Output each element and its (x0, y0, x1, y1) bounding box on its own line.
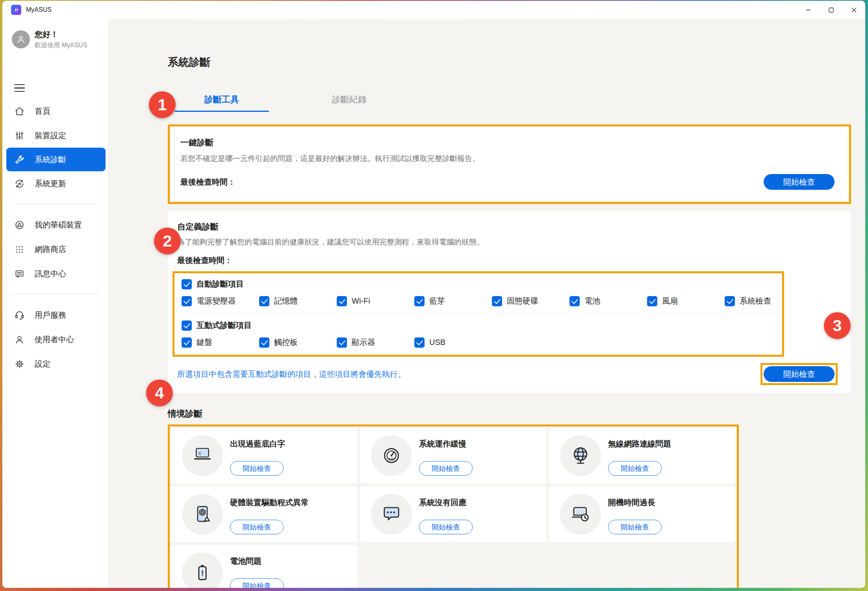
checkbox-item-system-check[interactable]: 系統檢查 (725, 296, 802, 306)
annotation-box-scenario-grid: :( 出現過藍底白字 開始檢查 (168, 424, 739, 588)
custom-start-check-button[interactable]: 開始檢查 (764, 366, 835, 382)
interactive-group-label: 互動式診斷項目 (197, 320, 252, 331)
scenario-card-title: 電池問題 (230, 556, 349, 567)
maximize-button[interactable] (820, 1, 842, 19)
annotation-step-1-badge: 1 (149, 91, 176, 118)
minimize-button[interactable] (797, 1, 820, 19)
one-click-description: 若您不確定是哪一元件引起的問題，這是最好的解決辦法。執行測試以獲取完整診斷報告。 (180, 154, 835, 164)
checkbox-checked-icon[interactable] (259, 337, 269, 348)
sidebar-item-system-update[interactable]: 系統更新 (2, 171, 108, 196)
checkbox-checked-icon[interactable] (337, 296, 347, 306)
chat-bubble-icon (371, 494, 412, 535)
annotation-box-start-check: 開始檢查 (760, 363, 838, 385)
scenario-start-check-button[interactable]: 開始檢查 (608, 461, 662, 476)
desktop-edge: MyASUS 您好！ 歡迎使用 (0, 0, 868, 591)
scenario-start-check-button[interactable]: 開始檢查 (230, 461, 284, 476)
checkbox-item-bluetooth[interactable]: 藍芽 (414, 296, 492, 306)
scenario-section-title: 情境診斷 (168, 408, 851, 420)
checkbox-checked-icon[interactable] (182, 296, 192, 306)
scenario-card-title: 無線網路連線問題 (608, 439, 727, 449)
sidebar-item-customer-service[interactable]: 用戶服務 (2, 303, 108, 327)
close-button[interactable] (842, 1, 865, 19)
gauge-icon (371, 435, 412, 476)
checkbox-checked-icon[interactable] (492, 296, 502, 306)
wrench-icon (14, 154, 25, 165)
home-icon (14, 106, 25, 117)
tab-diagnostic-records[interactable]: 診斷紀錄 (302, 94, 397, 112)
message-icon (14, 269, 25, 279)
checkbox-checked-icon[interactable] (259, 296, 269, 306)
checkbox-checked-icon[interactable] (725, 296, 735, 306)
sidebar-item-label: 裝置設定 (35, 130, 66, 141)
scenario-card-long-boot: 開機時間過長 開始檢查 (549, 486, 735, 542)
sidebar-item-settings[interactable]: 設定 (2, 352, 108, 376)
annotation-box-checkbox-groups: 自動診斷項目 電源變壓器 記憶體 Wi-Fi 藍芽 固態硬碟 電池 風扇 系統檢… (172, 271, 784, 357)
scenario-card-slow-system: 系統運作緩慢 開始檢查 (360, 428, 546, 484)
scenario-card-title: 系統沒有回應 (419, 497, 538, 508)
checkbox-item-touchpad[interactable]: 觸控板 (259, 337, 337, 348)
scenario-start-check-button[interactable]: 開始檢查 (419, 520, 473, 534)
checkbox-item-ssd[interactable]: 固態硬碟 (492, 296, 569, 306)
auto-group-label: 自動診斷項目 (197, 279, 244, 289)
sidebar-item-system-diagnosis[interactable]: 系統診斷 (6, 148, 106, 171)
sidebar-item-label: 系統診斷 (35, 154, 66, 165)
interactive-diagnosis-group-header[interactable]: 互動式診斷項目 (182, 320, 782, 331)
auto-diagnosis-group-header[interactable]: 自動診斷項目 (182, 279, 782, 289)
sidebar-item-online-store[interactable]: 網路商店 (2, 237, 108, 261)
checkbox-item-power-adapter[interactable]: 電源變壓器 (182, 296, 259, 306)
auto-diagnosis-items: 電源變壓器 記憶體 Wi-Fi 藍芽 固態硬碟 電池 風扇 系統檢查 (182, 296, 782, 306)
sidebar-item-device-settings[interactable]: 裝置設定 (2, 123, 108, 148)
avatar[interactable] (12, 30, 30, 48)
sidebar-item-my-asus-devices[interactable]: 我的華碩裝置 (2, 213, 108, 237)
checkbox-checked-icon[interactable] (182, 337, 192, 348)
annotation-step-3-badge: 3 (824, 312, 851, 339)
last-check-time-label: 最後檢查時間： (180, 177, 236, 187)
scenario-card-driver-abnormal: 硬體裝置驅動程式異常 開始檢查 (171, 486, 357, 542)
checkbox-checked-icon[interactable] (647, 296, 657, 306)
checkbox-item-fan[interactable]: 風扇 (647, 296, 725, 306)
tab-diagnostic-tools[interactable]: 診斷工具 (174, 94, 269, 112)
sidebar-item-user-center[interactable]: 使用者中心 (2, 327, 108, 352)
annotation-box-one-click: 一鍵診斷 若您不確定是哪一元件引起的問題，這是最好的解決辦法。執行測試以獲取完整… (168, 124, 851, 204)
scenario-start-check-button[interactable]: 開始檢查 (608, 520, 662, 534)
sidebar-item-message-center[interactable]: 訊息中心 (2, 261, 108, 286)
interactive-priority-note: 所選項目中包含需要互動式診斷的項目，這些項目將會優先執行。 (177, 369, 406, 380)
bluescreen-icon: :( (182, 435, 223, 476)
checkbox-checked-icon[interactable] (414, 337, 425, 348)
checkbox-item-wifi[interactable]: Wi-Fi (337, 296, 414, 306)
battery-alert-icon: ! (182, 552, 223, 588)
scenario-start-check-button[interactable]: 開始檢查 (419, 461, 473, 476)
checkbox-item-memory[interactable]: 記憶體 (259, 296, 337, 306)
scenario-card-wireless-issue: 無線網路連線問題 開始檢查 (549, 428, 735, 484)
checkbox-checked-icon[interactable] (569, 296, 580, 306)
checkbox-checked-icon[interactable] (337, 337, 347, 348)
last-check-time-label: 最後檢查時間： (177, 255, 838, 266)
sidebar-item-label: 我的華碩裝置 (35, 220, 82, 230)
main-content: 系統診斷 診斷工具 診斷紀錄 一鍵診斷 若您不確定是哪一元件引起的問題，這是最好… (108, 19, 865, 588)
checkbox-checked-icon[interactable] (414, 296, 425, 306)
checkbox-item-keyboard[interactable]: 鍵盤 (182, 337, 259, 348)
one-click-start-check-button[interactable]: 開始檢查 (764, 174, 835, 190)
annotation-step-4-badge: 4 (146, 380, 173, 406)
scenario-card-bluescreen: :( 出現過藍底白字 開始檢查 (171, 428, 357, 484)
scenario-start-check-button[interactable]: 開始檢查 (230, 578, 284, 588)
checkbox-checked-icon[interactable] (182, 279, 192, 289)
sidebar-divider (10, 294, 100, 294)
scenario-start-check-button[interactable]: 開始檢查 (230, 520, 284, 534)
checkbox-item-display[interactable]: 顯示器 (337, 337, 414, 348)
svg-text::(: :( (198, 451, 201, 455)
interactive-diagnosis-items: 鍵盤 觸控板 顯示器 USB (182, 337, 782, 348)
sliders-icon (14, 130, 25, 141)
sidebar-item-home[interactable]: 首頁 (2, 99, 108, 123)
window-controls (797, 1, 865, 19)
checkbox-item-battery[interactable]: 電池 (569, 296, 647, 306)
checkbox-checked-icon[interactable] (182, 321, 192, 331)
sidebar-item-label: 首頁 (35, 106, 50, 117)
sidebar-item-label: 訊息中心 (35, 269, 66, 279)
checkbox-item-usb[interactable]: USB (414, 337, 492, 348)
greeting-subtitle: 歡迎使用 MyASUS (35, 41, 87, 50)
gear-icon (14, 359, 25, 369)
checkbox-group-divider (182, 313, 775, 314)
hamburger-menu-icon[interactable] (14, 84, 25, 92)
annotation-step-2-badge: 2 (154, 228, 181, 254)
